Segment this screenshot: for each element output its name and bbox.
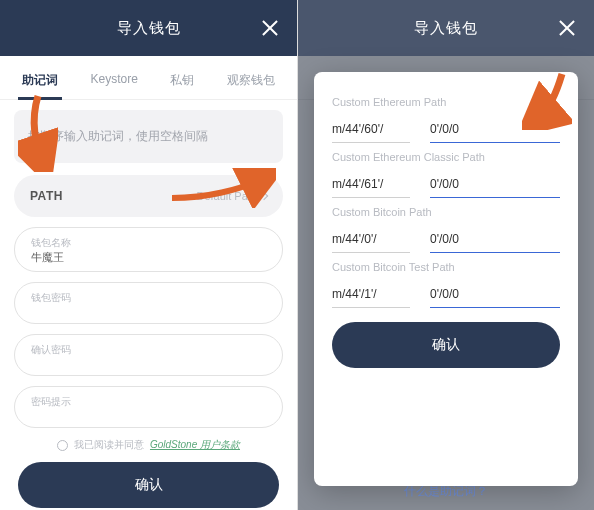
page-title: 导入钱包 — [117, 19, 181, 38]
path-value: Default Path — [196, 190, 267, 202]
group-title: Custom Bitcoin Test Path — [332, 261, 560, 273]
path-prefix-input[interactable]: m/44'/61'/ — [332, 173, 410, 198]
path-suffix-input[interactable]: 0'/0/0 — [430, 228, 560, 253]
group-title: Custom Ethereum Classic Path — [332, 151, 560, 163]
close-icon[interactable] — [261, 19, 279, 37]
wallet-name-field[interactable]: 钱包名称 牛魔王 — [14, 227, 283, 272]
chevron-right-icon — [260, 192, 268, 200]
wallet-password-label: 钱包密码 — [31, 291, 266, 305]
path-row-etc: m/44'/61'/ 0'/0/0 — [332, 173, 560, 198]
password-hint-field[interactable]: 密码提示 — [14, 386, 283, 428]
path-row-btc: m/44'/0'/ 0'/0/0 — [332, 228, 560, 253]
wallet-password-field[interactable]: 钱包密码 — [14, 282, 283, 324]
path-label: PATH — [30, 189, 63, 203]
confirm-password-field[interactable]: 确认密码 — [14, 334, 283, 376]
path-prefix-input[interactable]: m/44'/1'/ — [332, 283, 410, 308]
wallet-name-value: 牛魔王 — [31, 250, 266, 265]
confirm-button[interactable]: 确认 — [18, 462, 279, 508]
titlebar: 导入钱包 — [0, 0, 297, 56]
tab-privatekey[interactable]: 私钥 — [166, 66, 198, 99]
tab-mnemonic[interactable]: 助记词 — [18, 66, 62, 99]
tab-keystore[interactable]: Keystore — [87, 66, 142, 99]
confirm-password-label: 确认密码 — [31, 343, 266, 357]
close-icon[interactable] — [558, 19, 576, 37]
tab-bar: 助记词 Keystore 私钥 观察钱包 — [0, 56, 297, 100]
path-selector[interactable]: PATH Default Path — [14, 175, 283, 217]
mnemonic-input[interactable]: 按顺序输入助记词，使用空格间隔 — [14, 110, 283, 163]
path-row-eth: m/44'/60'/ 0'/0/0 — [332, 118, 560, 143]
group-title: Custom Ethereum Path — [332, 96, 560, 108]
path-prefix-input[interactable]: m/44'/0'/ — [332, 228, 410, 253]
wallet-name-label: 钱包名称 — [31, 236, 266, 250]
path-suffix-input[interactable]: 0'/0/0 — [430, 173, 560, 198]
titlebar: 导入钱包 — [298, 0, 594, 56]
modal-confirm-button[interactable]: 确认 — [332, 322, 560, 368]
path-prefix-input[interactable]: m/44'/60'/ — [332, 118, 410, 143]
page-title: 导入钱包 — [414, 19, 478, 38]
terms-row[interactable]: 我已阅读并同意 GoldStone 用户条款 — [14, 438, 283, 452]
path-suffix-input[interactable]: 0'/0/0 — [430, 118, 560, 143]
tab-watch[interactable]: 观察钱包 — [223, 66, 279, 99]
checkbox-icon[interactable] — [57, 440, 68, 451]
path-row-btctest: m/44'/1'/ 0'/0/0 — [332, 283, 560, 308]
terms-text: 我已阅读并同意 — [74, 438, 144, 452]
path-suffix-input[interactable]: 0'/0/0 — [430, 283, 560, 308]
terms-link[interactable]: GoldStone 用户条款 — [150, 438, 240, 452]
path-modal: Custom Ethereum Path m/44'/60'/ 0'/0/0 C… — [314, 72, 578, 486]
group-title: Custom Bitcoin Path — [332, 206, 560, 218]
password-hint-label: 密码提示 — [31, 395, 266, 409]
